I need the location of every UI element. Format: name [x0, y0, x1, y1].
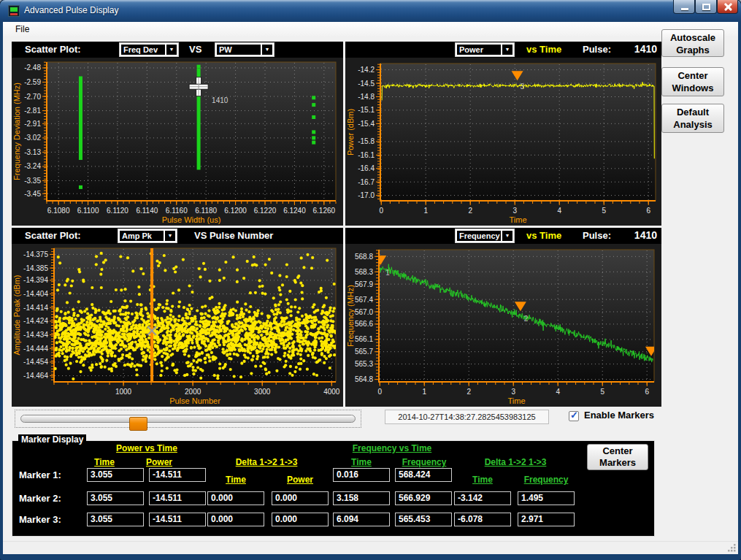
slider-thumb[interactable]: [129, 417, 147, 431]
marker2-delta-frequency-field[interactable]: 1.495: [518, 491, 575, 505]
power-dropdown[interactable]: Power ▼: [455, 42, 515, 57]
svg-text:565.7: 565.7: [355, 348, 373, 356]
svg-text:565.3: 565.3: [355, 360, 373, 368]
window-title: Advanced Pulse Display: [24, 5, 118, 15]
chart-frequency-vs-time[interactable]: 0123456568.8568.3567.9567.4567.0566.6566…: [345, 244, 661, 407]
marker2-delta-time-field[interactable]: 0.000: [207, 491, 264, 505]
svg-text:Power (dBm): Power (dBm): [346, 109, 355, 156]
svg-text:568.3: 568.3: [355, 268, 373, 276]
marker2-delta-ftime-field[interactable]: -3.142: [454, 491, 511, 505]
svg-text:5: 5: [600, 388, 604, 396]
pw-dropdown[interactable]: PW ▼: [215, 42, 274, 57]
marker-display-group: Marker Display Power vs Time Frequency v…: [12, 440, 655, 537]
resize-grip[interactable]: [726, 542, 737, 553]
app-icon: [8, 5, 20, 17]
svg-text:1: 1: [422, 388, 426, 396]
pulse-label: Pulse:: [583, 230, 611, 241]
marker1-label: Marker 1:: [19, 469, 61, 480]
pulse-value: 1410: [626, 43, 657, 55]
pulse-slider[interactable]: [15, 410, 361, 428]
freqdev-dropdown[interactable]: Freq Dev ▼: [119, 42, 179, 57]
svg-text:5: 5: [602, 207, 606, 215]
svg-text:-14.5: -14.5: [358, 80, 375, 88]
svg-text:1: 1: [385, 269, 390, 277]
marker3-power-field[interactable]: -14.511: [149, 513, 206, 526]
svg-text:6: 6: [646, 207, 650, 215]
marker3-delta-frequency-field[interactable]: 2.971: [518, 513, 575, 526]
svg-text:566.6: 566.6: [355, 320, 373, 328]
maximize-button[interactable]: [695, 0, 717, 14]
chevron-down-icon: ▼: [502, 231, 512, 241]
panel3-header: Scatter Plot: Amp Pk ▼ VS Pulse Number: [12, 228, 343, 244]
marker2-ftime-field[interactable]: 3.158: [333, 491, 390, 505]
marker2-power-field[interactable]: -14.511: [149, 491, 206, 505]
panel-scatter-amppk: Scatter Plot: Amp Pk ▼ VS Pulse Number 1…: [12, 228, 343, 407]
marker2-delta-power-field[interactable]: 0.000: [272, 491, 329, 505]
panel4-header: Frequency ▼ vs Time Pulse: 1410: [345, 228, 661, 244]
title-bar[interactable]: Advanced Pulse Display: [0, 0, 741, 22]
svg-text:Amplitude Peak (dBm): Amplitude Peak (dBm): [12, 275, 21, 355]
svg-text:567.4: 567.4: [355, 296, 373, 304]
delta-power-subheader: Power: [271, 475, 329, 485]
svg-text:-3.45: -3.45: [24, 190, 41, 198]
svg-text:6.1240: 6.1240: [283, 207, 306, 215]
chart-freqdev-vs-pw[interactable]: 6.10806.11006.11206.11406.11606.11806.12…: [12, 58, 343, 226]
marker3-time-field[interactable]: 3.055: [87, 513, 144, 526]
marker1-frequency-field[interactable]: 568.424: [395, 468, 452, 482]
svg-text:Pulse Width (us): Pulse Width (us): [162, 215, 221, 224]
marker1-time-field[interactable]: 3.055: [87, 468, 144, 482]
default-analysis-button[interactable]: DefaultAnalysis: [661, 104, 724, 133]
enable-markers-checkbox[interactable]: ✓: [569, 411, 579, 421]
marker3-delta-power-field[interactable]: 0.000: [272, 513, 329, 526]
svg-text:1000: 1000: [115, 388, 132, 396]
svg-text:-17.0: -17.0: [358, 191, 375, 199]
vs-time-label: vs Time: [526, 44, 561, 55]
marker3-frequency-field[interactable]: 565.453: [395, 513, 452, 526]
svg-text:6.1200: 6.1200: [224, 207, 247, 215]
frequency-dropdown[interactable]: Frequency ▼: [455, 229, 515, 243]
chevron-down-icon: ▼: [502, 45, 512, 55]
marker2-frequency-field[interactable]: 566.929: [395, 491, 452, 505]
center-windows-button[interactable]: CenterWindows: [661, 67, 724, 96]
marker3-ftime-field[interactable]: 6.094: [333, 513, 390, 526]
svg-text:3: 3: [512, 207, 517, 215]
amppk-dropdown[interactable]: Amp Pk ▼: [118, 229, 177, 243]
center-markers-button[interactable]: Center Markers: [587, 444, 648, 470]
svg-text:1: 1: [423, 207, 428, 215]
svg-text:-3.35: -3.35: [24, 177, 41, 185]
panel1-title: Scatter Plot:: [25, 44, 81, 55]
svg-text:568.8: 568.8: [355, 253, 373, 261]
minimize-button[interactable]: [673, 0, 695, 14]
svg-text:-15.1: -15.1: [358, 106, 375, 114]
svg-text:-14.464: -14.464: [23, 372, 48, 380]
svg-text:3: 3: [521, 83, 525, 91]
svg-text:-14.404: -14.404: [23, 290, 48, 298]
close-button[interactable]: [717, 0, 738, 14]
chart-power-vs-time[interactable]: 0123456-14.2-14.5-14.8-15.1-15.4-15.8-16…: [345, 58, 661, 226]
slider-track[interactable]: [20, 415, 356, 423]
marker3-delta-time-field[interactable]: 0.000: [207, 513, 264, 526]
menu-file[interactable]: File: [10, 23, 34, 35]
pulse-label: Pulse:: [583, 44, 611, 55]
autoscale-graphs-button[interactable]: AutoscaleGraphs: [661, 29, 724, 57]
svg-text:6.1080: 6.1080: [47, 207, 70, 215]
panel-scatter-freqdev: Scatter Plot: Freq Dev ▼ VS PW ▼ 6.10806…: [12, 42, 343, 226]
svg-text:564.8: 564.8: [355, 375, 373, 383]
marker1-ftime-field[interactable]: 0.016: [333, 468, 390, 482]
svg-text:-14.394: -14.394: [23, 276, 48, 284]
svg-text:-14.444: -14.444: [23, 345, 48, 353]
svg-text:-2.81: -2.81: [24, 107, 41, 115]
svg-text:-14.375: -14.375: [23, 250, 48, 258]
col-power-header: Power: [130, 457, 188, 467]
marker2-time-field[interactable]: 3.055: [87, 491, 144, 505]
vs-time-label: vs Time: [526, 230, 561, 241]
col-time-header: Time: [75, 457, 134, 467]
marker1-power-field[interactable]: -14.511: [149, 468, 206, 482]
chart-amppk-vs-pulsenumber[interactable]: 1000200030004000-14.375-14.385-14.394-14…: [12, 244, 343, 407]
delta-header-power: Delta 1->2 1->3: [215, 457, 318, 467]
svg-text:6.1220: 6.1220: [254, 207, 277, 215]
svg-text:2: 2: [467, 388, 471, 396]
marker3-delta-ftime-field[interactable]: -6.078: [454, 513, 511, 526]
vs-label: VS: [189, 44, 201, 55]
svg-text:6.1140: 6.1140: [136, 207, 158, 215]
